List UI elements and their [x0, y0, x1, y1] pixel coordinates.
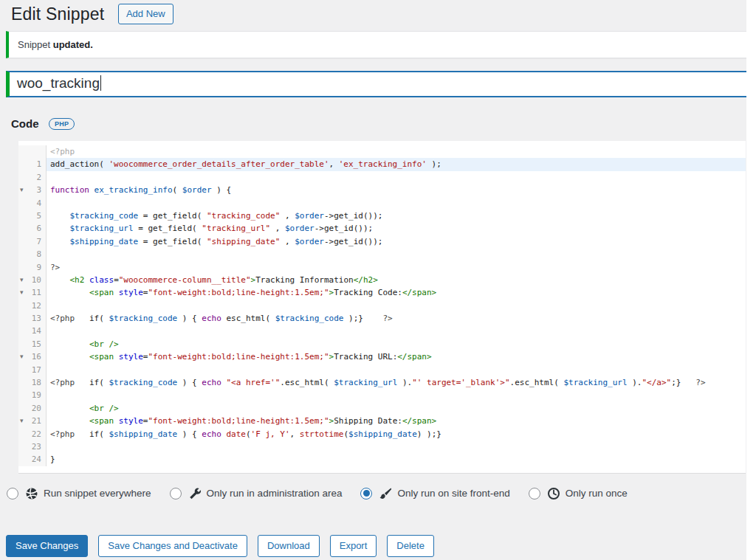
- line-number-gutter: 5: [18, 210, 47, 222]
- line-number-gutter: 24: [18, 453, 47, 466]
- page-header: Edit Snippet Add New: [0, 0, 756, 27]
- line-number-gutter: 23: [18, 440, 47, 453]
- edit-snippet-page: Edit Snippet Add New Snippet updated. wo…: [0, 0, 756, 557]
- save-changes-deactivate-button[interactable]: Save Changes and Deactivate: [98, 535, 247, 557]
- code-line-content: [47, 197, 746, 210]
- code-line-7[interactable]: 7 $shipping_date = get_field( "shipping_…: [18, 235, 746, 248]
- code-line-21[interactable]: ▾21 <span style="font-weight:bold;line-h…: [18, 415, 746, 427]
- fold-arrow-icon[interactable]: ▾: [20, 184, 24, 196]
- code-line-content: <?php if( $tracking_code ) { echo "<a hr…: [47, 376, 746, 389]
- scope-option-0[interactable]: Run snippet everywhere: [7, 487, 151, 500]
- radio-unselected[interactable]: [170, 488, 182, 499]
- scope-option-3[interactable]: Only run once: [529, 487, 628, 500]
- brush-icon: [379, 487, 392, 500]
- scope-option-label: Only run on site front-end: [397, 488, 509, 499]
- code-line-content: <?php if( $tracking_code ) { echo esc_ht…: [47, 312, 746, 325]
- code-line-content: <h2 class="woocommerce-column__title">Tr…: [47, 274, 746, 286]
- snippet-updated-notice: Snippet updated.: [6, 31, 750, 58]
- line-number-gutter: 1: [18, 158, 47, 170]
- line-number-gutter: 4: [18, 197, 47, 210]
- code-line-20[interactable]: 20 <br />: [18, 402, 746, 415]
- line-number-gutter: 6: [18, 222, 47, 235]
- code-line-3[interactable]: ▾3function ex_tracking_info( $order ) {: [18, 184, 746, 196]
- add-new-button[interactable]: Add New: [118, 4, 173, 24]
- code-line-1[interactable]: 1add_action( 'woocommerce_order_details_…: [18, 158, 746, 170]
- radio-unselected[interactable]: [7, 488, 18, 499]
- export-button[interactable]: Export: [330, 535, 377, 557]
- line-number-gutter: ▾11: [18, 286, 47, 299]
- fold-arrow-icon[interactable]: ▾: [20, 286, 24, 299]
- code-prelude-line[interactable]: <?php: [18, 145, 746, 158]
- code-line-12[interactable]: 12: [18, 300, 746, 312]
- page-title: Edit Snippet: [11, 4, 104, 24]
- line-number-gutter: 7: [18, 235, 47, 248]
- wrench-icon: [188, 487, 202, 500]
- code-line-4[interactable]: 4: [18, 197, 746, 210]
- code-line-content: [47, 325, 746, 337]
- code-editor[interactable]: <?php1add_action( 'woocommerce_order_det…: [18, 141, 746, 474]
- code-line-5[interactable]: 5 $tracking_code = get_field( "tracking_…: [18, 210, 746, 222]
- code-line-content: <?php: [47, 145, 746, 158]
- download-button[interactable]: Download: [258, 535, 320, 557]
- notice-text-bold: updated.: [53, 39, 93, 50]
- line-number-gutter: ▾3: [18, 184, 47, 196]
- code-line-6[interactable]: 6 $tracking_url = get_field( "tracking_u…: [18, 222, 746, 235]
- line-number-gutter: 17: [18, 364, 47, 376]
- scope-options: Run snippet everywhereOnly run in admini…: [7, 485, 756, 502]
- code-line-content: <span style="font-weight:bold;line-heigh…: [47, 286, 746, 299]
- code-line-content: [47, 440, 746, 453]
- action-buttons: Save ChangesSave Changes and DeactivateD…: [6, 535, 756, 557]
- fold-arrow-icon[interactable]: ▾: [20, 350, 24, 363]
- code-line-content: $shipping_date = get_field( "shipping_da…: [47, 235, 746, 248]
- radio-unselected[interactable]: [529, 488, 540, 499]
- code-section-header: Code PHP: [11, 117, 756, 131]
- fold-arrow-icon[interactable]: ▾: [20, 415, 24, 427]
- code-line-13[interactable]: 13<?php if( $tracking_code ) { echo esc_…: [18, 312, 746, 325]
- save-changes-button[interactable]: Save Changes: [6, 535, 88, 557]
- code-line-content: function ex_tracking_info( $order ) {: [47, 184, 746, 196]
- line-number-gutter: 15: [18, 338, 47, 350]
- code-line-9[interactable]: 9?>: [18, 261, 746, 274]
- scope-option-2[interactable]: Only run on site front-end: [360, 487, 509, 500]
- code-section-label: Code: [11, 117, 39, 130]
- delete-button[interactable]: Delete: [387, 535, 434, 557]
- code-line-content: <br />: [47, 402, 746, 415]
- code-line-content: $tracking_url = get_field( "tracking_url…: [47, 222, 746, 235]
- fold-arrow-icon[interactable]: ▾: [20, 274, 24, 286]
- code-line-11[interactable]: ▾11 <span style="font-weight:bold;line-h…: [18, 286, 746, 299]
- page-right-margin: [746, 0, 756, 560]
- code-line-23[interactable]: 23: [18, 440, 746, 453]
- globe-icon: [25, 487, 38, 500]
- code-line-17[interactable]: 17: [18, 364, 746, 376]
- line-number-gutter: 14: [18, 325, 47, 337]
- scope-option-1[interactable]: Only run in administration area: [170, 487, 343, 500]
- code-line-content: [47, 248, 746, 260]
- line-number-gutter: 20: [18, 402, 47, 415]
- code-line-content: <span style="font-weight:bold;line-heigh…: [47, 350, 746, 363]
- clock-icon: [547, 487, 560, 500]
- php-type-badge: PHP: [49, 118, 75, 130]
- line-number-gutter: 12: [18, 300, 47, 312]
- code-line-10[interactable]: ▾10 <h2 class="woocommerce-column__title…: [18, 274, 746, 286]
- code-line-content: }: [47, 453, 746, 466]
- code-line-content: ?>: [47, 261, 746, 274]
- line-number-gutter: 18: [18, 376, 47, 389]
- code-line-2[interactable]: 2: [18, 171, 746, 184]
- code-line-24[interactable]: 24}: [18, 453, 746, 466]
- line-number-gutter: 8: [18, 248, 47, 260]
- radio-selected[interactable]: [360, 488, 372, 499]
- code-line-14[interactable]: 14: [18, 325, 746, 337]
- line-number-gutter: 9: [18, 261, 47, 274]
- line-number-gutter: ▾16: [18, 350, 47, 363]
- code-line-content: <span style="font-weight:bold;line-heigh…: [47, 415, 746, 427]
- code-line-15[interactable]: 15 <br />: [18, 338, 746, 350]
- code-line-18[interactable]: 18<?php if( $tracking_code ) { echo "<a …: [18, 376, 746, 389]
- code-line-19[interactable]: 19: [18, 389, 746, 401]
- code-line-content: [47, 364, 746, 376]
- notice-text: Snippet: [18, 39, 53, 50]
- code-line-content: $tracking_code = get_field( "tracking_co…: [47, 210, 746, 222]
- code-line-16[interactable]: ▾16 <span style="font-weight:bold;line-h…: [18, 350, 746, 363]
- code-line-22[interactable]: 22<?php if( $shipping_date ) { echo date…: [18, 428, 746, 440]
- snippet-title-input[interactable]: woo_tracking: [6, 71, 749, 97]
- code-line-8[interactable]: 8: [18, 248, 746, 260]
